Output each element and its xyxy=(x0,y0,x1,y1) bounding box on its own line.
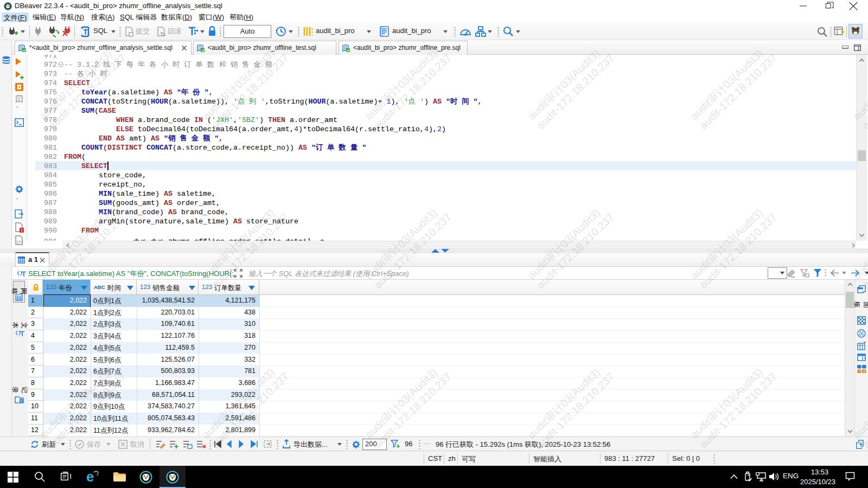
svg-text:(x): (x) xyxy=(16,240,23,244)
svg-text:e: e xyxy=(86,470,94,484)
